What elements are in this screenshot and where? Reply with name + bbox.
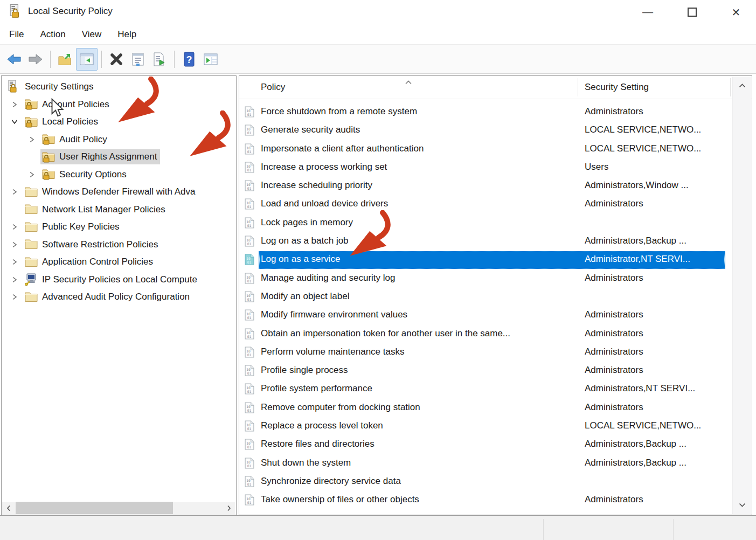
forward-button[interactable] bbox=[25, 48, 46, 71]
column-header-policy[interactable]: Policy bbox=[261, 82, 285, 93]
policy-row[interactable]: 10 01 Replace a process level token LOCA… bbox=[239, 417, 732, 435]
minimize-button[interactable]: — bbox=[632, 0, 663, 24]
maximize-button[interactable] bbox=[676, 0, 708, 24]
toolbar: ? bbox=[0, 44, 756, 74]
policy-row[interactable]: 10 01 Generate security audits LOCAL SER… bbox=[239, 121, 732, 140]
tree-item-body[interactable]: Audit Policy bbox=[40, 132, 110, 147]
tree-item-body[interactable]: Security Options bbox=[40, 167, 130, 182]
tree-item[interactable]: Security Settings bbox=[2, 78, 236, 96]
tree-item[interactable]: Audit Policy bbox=[2, 131, 236, 149]
chevron-icon[interactable] bbox=[6, 188, 23, 196]
chevron-icon[interactable] bbox=[23, 136, 40, 143]
menu-help[interactable]: Help bbox=[117, 29, 136, 40]
tree-item[interactable]: IP Security Policies on Local Compute bbox=[2, 271, 236, 289]
security-setting-value: Administrators bbox=[585, 106, 643, 117]
tree-item[interactable]: Security Options bbox=[2, 166, 236, 184]
policy-row[interactable]: 10 01 Synchronize directory service data bbox=[239, 473, 732, 491]
policy-row[interactable]: 10 01 Shut down the system Administrator… bbox=[239, 454, 732, 473]
menu-view[interactable]: View bbox=[82, 29, 102, 40]
list-vertical-scrollbar[interactable] bbox=[732, 77, 751, 514]
tree-item-body[interactable]: IP Security Policies on Local Compute bbox=[23, 272, 200, 287]
scroll-left-button[interactable] bbox=[2, 502, 15, 514]
policy-row[interactable]: 10 01 Modify an object label bbox=[239, 288, 732, 306]
policy-row[interactable]: 10 01 Obtain an impersonation token for … bbox=[239, 325, 732, 343]
tree-item-body[interactable]: Network List Manager Policies bbox=[23, 202, 169, 217]
policy-row[interactable]: 10 01 Impersonate a client after authent… bbox=[239, 140, 732, 158]
scroll-down-button[interactable] bbox=[733, 498, 751, 512]
column-divider[interactable] bbox=[730, 78, 731, 96]
policy-row[interactable]: 10 01 Perform volume maintenance tasks A… bbox=[239, 343, 732, 362]
tree-horizontal-scrollbar[interactable] bbox=[2, 502, 235, 514]
column-header-security-setting[interactable]: Security Setting bbox=[585, 82, 649, 93]
policy-row[interactable]: 10 01 Restore files and directories Admi… bbox=[239, 435, 732, 454]
svg-text:10: 10 bbox=[246, 478, 251, 482]
policy-row[interactable]: 10 01 Force shutdown from a remote syste… bbox=[239, 103, 732, 121]
tree-item[interactable]: Local Policies bbox=[2, 113, 236, 131]
tree-item[interactable]: Windows Defender Firewall with Adva bbox=[2, 183, 236, 201]
menu-file[interactable]: File bbox=[9, 29, 24, 40]
security-setting-value: LOCAL SERVICE,NETWO... bbox=[585, 124, 701, 135]
scrollbar-thumb[interactable] bbox=[16, 502, 173, 514]
tree-item[interactable]: Advanced Audit Policy Configuration bbox=[2, 288, 236, 306]
policy-row[interactable]: 10 01 Load and unload device drivers Adm… bbox=[239, 195, 732, 213]
policy-row[interactable]: 10 01 Increase scheduling priority Admin… bbox=[239, 177, 732, 195]
policy-row[interactable]: 10 01 Log on as a service Administrator,… bbox=[239, 251, 732, 269]
tree-item[interactable]: Public Key Policies bbox=[2, 218, 236, 236]
tree-item[interactable]: Network List Manager Policies bbox=[2, 201, 236, 219]
chevron-icon[interactable] bbox=[6, 101, 23, 108]
policy-name: Load and unload device drivers bbox=[261, 198, 388, 209]
scroll-right-button[interactable] bbox=[223, 502, 235, 514]
forward-icon bbox=[28, 52, 43, 67]
status-bar-divider bbox=[543, 519, 544, 540]
column-divider[interactable] bbox=[578, 78, 578, 96]
policy-row[interactable]: 10 01 Manage auditing and security log A… bbox=[239, 269, 732, 288]
folder-icon bbox=[24, 203, 40, 216]
tree-item-body[interactable]: Public Key Policies bbox=[23, 219, 123, 234]
svg-text:01: 01 bbox=[247, 501, 252, 504]
export-list-button[interactable] bbox=[149, 48, 170, 71]
tree-item-body[interactable]: Account Policies bbox=[23, 97, 113, 112]
tree-item-body[interactable]: Windows Defender Firewall with Adva bbox=[23, 184, 198, 199]
properties-button[interactable] bbox=[127, 48, 149, 71]
chevron-icon[interactable] bbox=[6, 241, 23, 248]
policy-row[interactable]: 10 01 Modify firmware environment values… bbox=[239, 306, 732, 324]
policy-row[interactable]: 10 01 Take ownership of files or other o… bbox=[239, 491, 732, 509]
scroll-up-button[interactable] bbox=[733, 79, 751, 93]
policy-row[interactable]: 10 01 Remove computer from docking stati… bbox=[239, 399, 732, 417]
policy-document-icon: 10 01 bbox=[245, 347, 254, 361]
policy-name: Take ownership of files or other objects bbox=[261, 494, 419, 505]
policy-row[interactable]: 10 01 Profile single process Administrat… bbox=[239, 362, 732, 380]
policy-row[interactable]: 10 01 Log on as a batch job Administrato… bbox=[239, 232, 732, 251]
policy-folder-lock-icon bbox=[41, 133, 58, 146]
back-button[interactable] bbox=[3, 48, 25, 71]
chevron-icon[interactable] bbox=[6, 293, 23, 301]
tree-item-body[interactable]: User Rights Assignment bbox=[40, 149, 160, 164]
policy-row[interactable]: 10 01 Increase a process working set Use… bbox=[239, 158, 732, 177]
up-one-level-button[interactable] bbox=[54, 48, 76, 71]
chevron-icon[interactable] bbox=[23, 171, 40, 178]
delete-button[interactable] bbox=[106, 48, 127, 71]
chevron-icon[interactable] bbox=[6, 258, 23, 266]
chevron-icon[interactable] bbox=[6, 118, 23, 126]
tree-item-body[interactable]: Advanced Audit Policy Configuration bbox=[23, 289, 193, 304]
policy-row[interactable]: 10 01 Lock pages in memory bbox=[239, 214, 732, 232]
help-button[interactable]: ? bbox=[178, 48, 200, 71]
chevron-icon[interactable] bbox=[6, 223, 23, 231]
chevron-up-icon bbox=[739, 84, 746, 88]
policy-row[interactable]: 10 01 Profile system performance Adminis… bbox=[239, 380, 732, 398]
menu-action[interactable]: Action bbox=[40, 29, 65, 40]
tree-item-body[interactable]: Software Restriction Policies bbox=[23, 237, 161, 252]
tree-item[interactable]: User Rights Assignment bbox=[2, 148, 236, 166]
show-console-tree-button[interactable] bbox=[76, 48, 98, 71]
tree-item[interactable]: Account Policies bbox=[2, 96, 236, 114]
tree-item-body[interactable]: Security Settings bbox=[6, 79, 97, 94]
tree-item[interactable]: Application Control Policies bbox=[2, 253, 236, 271]
svg-text:01: 01 bbox=[247, 316, 252, 320]
tree-item-body[interactable]: Application Control Policies bbox=[23, 254, 156, 269]
close-button[interactable]: ✕ bbox=[720, 0, 752, 24]
chevron-icon[interactable] bbox=[6, 276, 23, 283]
new-window-button[interactable] bbox=[200, 48, 221, 71]
tree-item[interactable]: Software Restriction Policies bbox=[2, 236, 236, 254]
svg-text:10: 10 bbox=[246, 219, 251, 223]
svg-text:10: 10 bbox=[246, 293, 251, 297]
